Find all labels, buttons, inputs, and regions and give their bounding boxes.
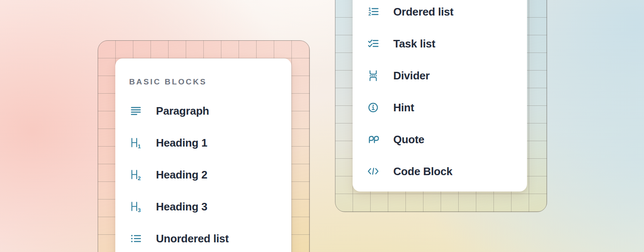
menu-item-quote[interactable]: Quote: [353, 123, 527, 155]
page-background: BASIC BLOCKS Paragraph 1 Heading 1: [0, 0, 644, 252]
task-list-icon: [366, 37, 380, 50]
menu-item-heading-3[interactable]: 3 Heading 3: [115, 191, 291, 223]
menu-item-label: Code Block: [393, 165, 452, 178]
heading-1-icon: 1: [129, 136, 143, 150]
menu-item-label: Task list: [393, 37, 435, 50]
blocks-menu-card-continued: 1 2 Ordered list Task list: [353, 0, 527, 192]
menu-item-unordered-list[interactable]: Unordered list: [115, 223, 291, 252]
menu-item-label: Paragraph: [156, 105, 209, 118]
paragraph-icon: [129, 104, 143, 118]
code-block-icon: [366, 165, 380, 178]
menu-item-divider[interactable]: Divider: [353, 60, 527, 92]
blocks-menu-list: 1 2 Ordered list Task list: [353, 0, 527, 187]
divider-icon: [366, 69, 380, 82]
quote-icon: [366, 133, 380, 146]
section-label: BASIC BLOCKS: [129, 77, 291, 87]
menu-item-label: Hint: [393, 101, 414, 114]
menu-item-hint[interactable]: Hint: [353, 92, 527, 123]
menu-item-label: Heading 3: [156, 200, 207, 213]
ordered-list-icon: 1 2: [366, 5, 380, 18]
menu-item-paragraph[interactable]: Paragraph: [115, 95, 291, 127]
svg-text:1: 1: [369, 7, 371, 12]
menu-item-label: Heading 2: [156, 168, 207, 181]
menu-item-label: Divider: [393, 69, 430, 82]
menu-item-label: Quote: [393, 133, 424, 146]
svg-text:1: 1: [138, 143, 141, 150]
unordered-list-icon: [129, 232, 143, 245]
heading-3-icon: 3: [129, 200, 143, 213]
menu-item-label: Heading 1: [156, 136, 207, 150]
svg-text:2: 2: [369, 11, 371, 16]
menu-item-code-block[interactable]: Code Block: [353, 155, 527, 187]
menu-item-ordered-list[interactable]: 1 2 Ordered list: [353, 0, 527, 28]
menu-item-label: Ordered list: [393, 5, 454, 18]
menu-item-heading-1[interactable]: 1 Heading 1: [115, 127, 291, 159]
menu-item-task-list[interactable]: Task list: [353, 28, 527, 60]
basic-blocks-menu-card: BASIC BLOCKS Paragraph 1 Heading 1: [115, 58, 291, 252]
svg-text:3: 3: [138, 207, 141, 213]
menu-item-label: Unordered list: [156, 232, 229, 245]
menu-item-heading-2[interactable]: 2 Heading 2: [115, 159, 291, 191]
heading-2-icon: 2: [129, 168, 143, 181]
svg-text:2: 2: [138, 175, 141, 181]
hint-icon: [366, 101, 380, 114]
basic-blocks-menu-list: Paragraph 1 Heading 1 2 Heading 2: [115, 95, 291, 252]
